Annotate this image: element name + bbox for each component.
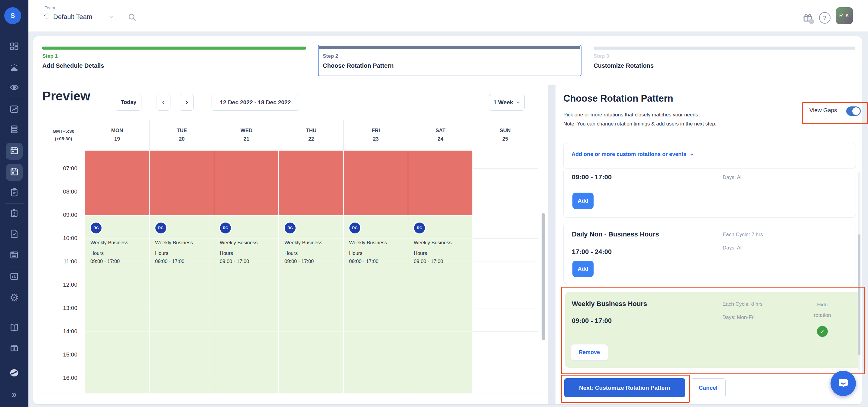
day-name: TUE [177,127,187,134]
topbar: Team Default Team ? R K [28,0,868,32]
chat-icon [837,377,849,389]
gap-block[interactable] [279,151,343,215]
rotation-days: Days: All [723,245,743,251]
calendar-gridline [473,262,538,262]
sidebar-item-analytics[interactable] [6,268,23,286]
gap-block[interactable] [344,151,408,215]
chevron-down-icon [516,100,521,105]
timezone-line2: (+05:30) [55,136,72,141]
gap-block[interactable] [85,151,149,215]
team-label: Team [45,5,55,10]
view-gaps-toggle[interactable] [846,107,861,116]
panel-note: Note: You can change rotation timings & … [563,121,717,127]
event-block-weekly-business-hours[interactable]: RCWeekly Business Hours09:00 - 17:00 [150,215,214,393]
step1-label: Step 1 [42,53,58,59]
timezone-line1: GMT+5:30 [53,128,74,134]
sidebar-item-brand-logo[interactable] [6,365,23,382]
rotation-days: Days: All [723,174,743,180]
search-icon[interactable] [128,13,136,22]
next-customize-rotation-button[interactable]: Next: Customize Rotation Pattern [564,378,685,397]
event-block-weekly-business-hours[interactable]: RCWeekly Business Hours09:00 - 17:00 [214,215,278,393]
range-select[interactable]: 1 Week [489,94,525,111]
sidebar-item-schedules[interactable] [6,143,23,159]
hour-label: 11:00 [42,258,78,265]
event-block-weekly-business-hours[interactable]: RCWeekly Business Hours09:00 - 17:00 [344,215,408,393]
sidebar-item-oncall-eye[interactable] [6,80,23,96]
calendar-day-header-sun: SUN25 [473,120,537,150]
rotation-list: 09:00 - 17:00 Days: All Add Daily Non - … [563,171,861,373]
user-avatar: RC [413,222,426,234]
team-icon [43,13,50,21]
date-range-button[interactable]: 12 Dec 2022 - 18 Dec 2022 [212,94,299,111]
calendar-gridline-overlay [85,331,472,332]
next-week-button[interactable] [180,94,194,111]
calendar-header-border [42,150,548,150]
event-block-weekly-business-hours[interactable]: RCWeekly Business Hours09:00 - 17:00 [85,215,149,393]
sidebar-item-docs[interactable] [6,320,23,337]
user-avatar: RC [284,222,297,234]
document-check-icon [9,229,19,240]
server-stack-icon [9,124,19,136]
rotation-cycle: Each Cycle: 8 hrs [722,301,763,307]
add-rotation-button[interactable]: Add [572,193,594,209]
rotation-title: Weekly Business Hours [572,300,647,308]
day-name: THU [306,127,316,134]
org-avatar[interactable]: S [4,7,21,24]
calendar-day-header-fri: FRI23 [343,120,408,150]
sidebar-item-dashboard[interactable] [6,39,23,56]
sidebar-item-escalations[interactable] [6,101,23,118]
rotation-card-weekly-business-selected: Weekly Business Hours 09:00 - 17:00 Each… [565,292,860,368]
user-avatar[interactable]: R K [836,7,853,24]
sidebar-item-schedules-v2[interactable] [6,164,23,181]
topbar-divider [123,8,123,24]
prev-week-button[interactable] [157,94,170,111]
gap-block[interactable] [214,151,278,215]
day-date: 23 [373,136,379,142]
svg-text:$: $ [13,347,15,350]
sidebar-divider [5,99,24,99]
step2-active-box[interactable] [318,45,582,76]
event-block-weekly-business-hours[interactable]: RCWeekly Business Hours09:00 - 17:00 [408,215,472,393]
day-name: FRI [372,127,380,134]
day-date: 21 [244,136,249,142]
chevron-down-icon[interactable] [110,14,114,21]
gap-block[interactable] [150,151,214,215]
event-block-weekly-business-hours[interactable]: RCWeekly Business Hours09:00 - 17:00 [279,215,343,393]
calendar-day-header-thu: THU22 [279,120,343,150]
cancel-button[interactable]: Cancel [690,378,726,397]
step1-title: Add Schedule Details [42,62,104,69]
sidebar-item-services[interactable] [6,121,23,139]
preview-heading: Preview [42,89,90,104]
panel-title: Choose Rotation Pattern [563,93,673,104]
rotation-time: 09:00 - 17:00 [572,317,612,325]
today-button[interactable]: Today [116,94,142,111]
chat-widget-button[interactable] [831,371,856,396]
panel-divider [548,85,556,404]
sidebar-item-webforms[interactable] [6,247,23,264]
add-rotation-button[interactable]: Add [572,261,594,277]
sidebar-item-postmortems[interactable] [6,205,23,222]
sidebar-item-runbooks[interactable] [6,184,23,201]
clipboard-alert-icon [9,208,19,219]
sidebar-expand-button[interactable]: » [6,386,23,403]
help-icon[interactable]: ? [819,12,831,24]
team-selector[interactable]: Default Team [43,13,92,21]
gift-money-icon: $ [9,343,19,354]
rotation-time: 17:00 - 24:00 [572,248,612,256]
hour-label: 14:00 [42,328,78,335]
sidebar-item-settings[interactable]: ⚙ [6,289,23,306]
list-scrollbar-thumb[interactable] [858,234,861,355]
day-name: SUN [500,127,511,134]
rotation-card-business-hours: 09:00 - 17:00 Days: All Add [563,171,856,218]
calendar-scrollbar[interactable] [541,213,545,340]
gap-block[interactable] [408,151,472,215]
sidebar-item-incidents[interactable] [6,59,23,76]
sidebar-item-refer-earn[interactable]: $ [6,340,23,357]
sidebar-item-status-pages[interactable] [6,226,23,243]
hide-rotation-label[interactable]: Hide rotation [809,299,836,321]
rotation-cycle: Each Cycle: 7 hrs [723,232,763,238]
add-custom-rotations-link[interactable]: Add one or more custom rotations or even… [571,151,694,157]
day-name: MON [111,127,123,134]
remove-rotation-button[interactable]: Remove [570,344,608,361]
calendar-gridline-overlay [85,285,472,285]
